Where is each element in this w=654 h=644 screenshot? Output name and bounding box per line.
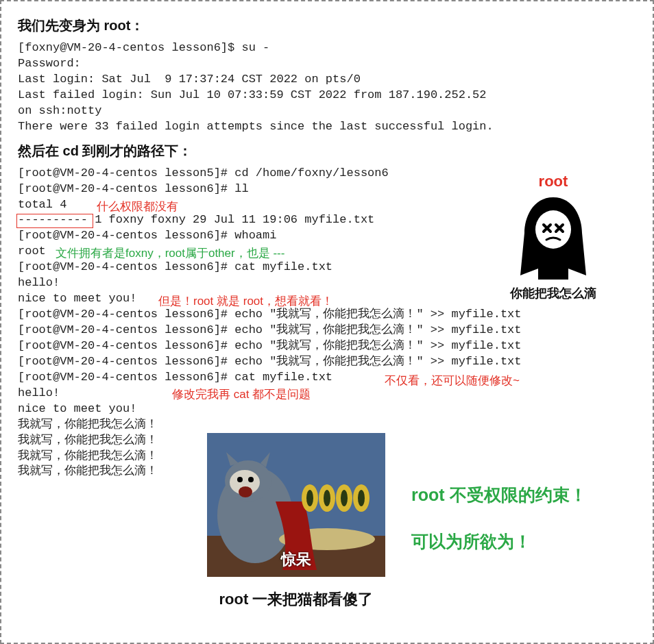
- side-line-2: 可以为所欲为！: [411, 524, 624, 558]
- annot-not-only-read: 不仅看，还可以随便修改~: [385, 373, 520, 388]
- heading-become-root: 我们先变身为 root：: [18, 16, 636, 35]
- reaper-caption: 你能把我怎么滴: [488, 285, 618, 301]
- term2-echo-2: [root@VM-20-4-centos lesson6]# echo "我就写…: [18, 323, 636, 338]
- reaper-figure: root 你能把我怎么滴: [488, 173, 618, 301]
- side-conclusion: root 不受权限的约束！ 可以为所欲为！: [411, 478, 624, 558]
- term2-echo-1: [root@VM-20-4-centos lesson6]# echo "我就写…: [18, 307, 636, 323]
- term2-echo-4: [root@VM-20-4-centos lesson6]# echo "我就写…: [18, 354, 636, 370]
- svg-point-6: [237, 477, 243, 482]
- reaper-icon: [505, 192, 601, 281]
- svg-point-17: [358, 490, 365, 506]
- terminal-block-1: [foxny@VM-20-4-centos lesson6]$ su - Pas…: [18, 40, 636, 135]
- tom-overlay-text: 惊呆: [281, 549, 311, 570]
- term2-cat-2: [root@VM-20-4-centos lesson6]# cat myfil…: [18, 370, 636, 386]
- tom-caption: root 一来把猫都看傻了: [200, 589, 392, 610]
- reaper-label: root: [488, 173, 618, 190]
- svg-point-16: [341, 490, 348, 506]
- svg-point-0: [535, 210, 571, 249]
- svg-point-15: [324, 490, 330, 506]
- annot-after-modify: 修改完我再 cat 都不是问题: [172, 386, 311, 402]
- svg-point-8: [239, 486, 252, 497]
- tom-image: 惊呆: [207, 433, 385, 577]
- annot-no-permission: 什么权限都没有: [97, 199, 178, 214]
- highlight-box-perms: [16, 214, 93, 228]
- tom-figure: 惊呆 root 一来把猫都看傻了: [200, 433, 392, 610]
- annot-owner-other: 文件拥有者是foxny，root属于other，也是 ---: [56, 245, 284, 261]
- svg-point-14: [306, 490, 313, 506]
- heading-cd-path: 然后在 cd 到刚才的路径下：: [18, 142, 636, 160]
- annot-but-root: 但是！root 就是 root，想看就看！: [158, 293, 333, 309]
- side-line-1: root 不受权限的约束！: [411, 478, 624, 512]
- document-page: 我们先变身为 root： [foxny@VM-20-4-centos lesso…: [0, 0, 654, 644]
- term2-echo-3: [root@VM-20-4-centos lesson6]# echo "我就写…: [18, 338, 636, 354]
- svg-point-7: [248, 477, 254, 482]
